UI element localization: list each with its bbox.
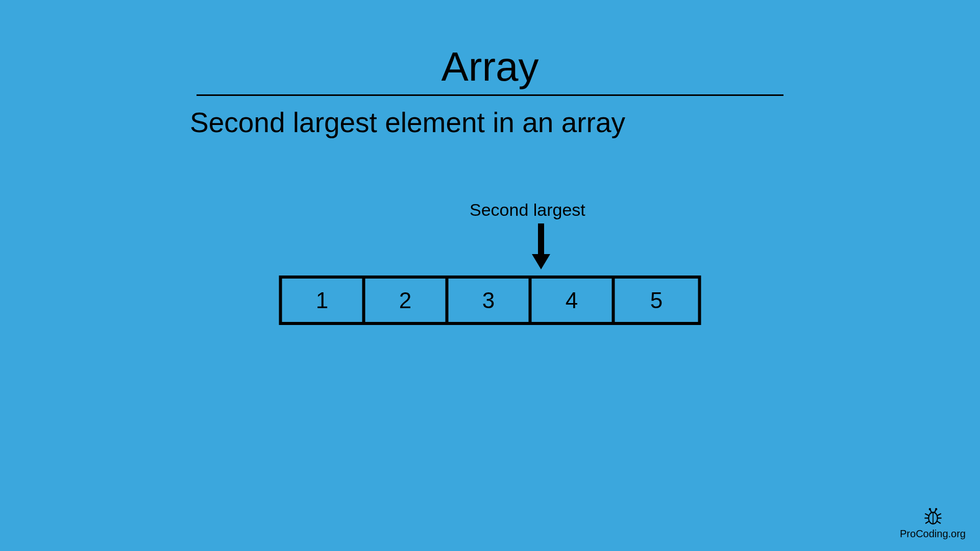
svg-line-3 xyxy=(934,510,936,513)
svg-line-2 xyxy=(930,510,932,513)
svg-line-11 xyxy=(937,521,940,523)
svg-point-5 xyxy=(935,508,937,510)
svg-line-6 xyxy=(925,514,928,516)
array-cell: 1 xyxy=(282,279,365,322)
array-cell: 5 xyxy=(615,279,698,322)
array-cell: 2 xyxy=(365,279,449,322)
array-cell: 3 xyxy=(449,279,532,322)
logo-text: ProCoding.org xyxy=(900,528,966,540)
svg-point-4 xyxy=(928,508,930,510)
subtitle: Second largest element in an array xyxy=(190,106,625,139)
svg-line-10 xyxy=(925,521,929,523)
bug-icon xyxy=(922,506,944,527)
svg-line-7 xyxy=(937,514,941,516)
title-divider xyxy=(197,94,783,96)
page-title: Array xyxy=(441,43,538,90)
annotation-label: Second largest xyxy=(470,200,585,220)
array-container: 1 2 3 4 5 xyxy=(279,276,701,325)
arrow-down-icon xyxy=(533,223,549,269)
array-cell: 4 xyxy=(532,279,615,322)
logo: ProCoding.org xyxy=(900,506,966,540)
